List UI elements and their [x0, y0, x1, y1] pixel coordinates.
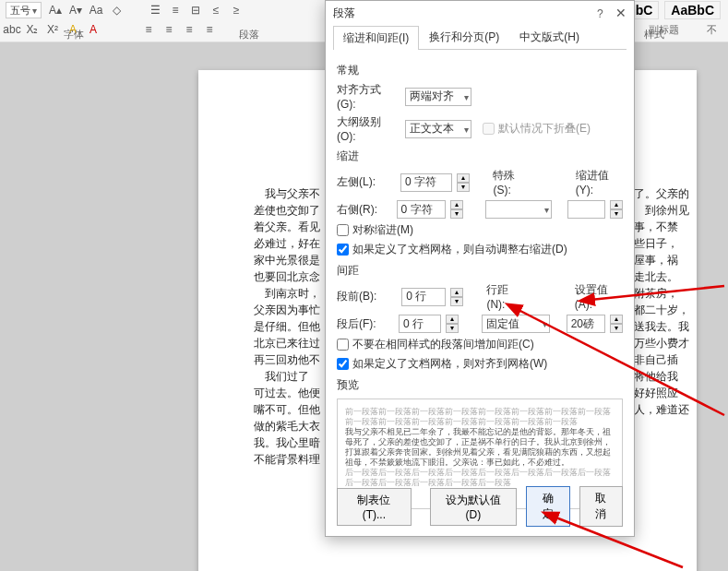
spin-down-icon[interactable]: ▾ [450, 297, 463, 306]
document-text-right: 了。父亲的 到徐州见事，不禁些日子，屋事，祸走北去。附茶房，都二十岁，送我去。我… [634, 185, 724, 418]
spin-down-icon[interactable]: ▾ [610, 324, 623, 333]
alignment-label: 对齐方式(G): [337, 82, 400, 111]
spin-up-icon[interactable]: ▴ [446, 315, 459, 324]
space-before-label: 段前(B): [337, 289, 396, 304]
multilevel-icon[interactable]: ⊟ [189, 4, 202, 17]
spin-up-icon[interactable]: ▴ [610, 200, 623, 209]
tab-indent-spacing[interactable]: 缩进和间距(I) [333, 26, 419, 50]
indent-value-label: 缩进值(Y): [576, 168, 623, 196]
spin-down-icon[interactable]: ▾ [457, 183, 470, 192]
font-size-selector[interactable]: 五号▾ [6, 2, 42, 18]
outline-level-select[interactable]: 正文文本▾ [405, 120, 471, 138]
set-default-button[interactable]: 设为默认值(D) [430, 488, 517, 526]
group-label-paragraph: 段落 [148, 28, 351, 42]
numbering-icon[interactable]: ≡ [169, 4, 182, 17]
spin-down-icon[interactable]: ▾ [450, 209, 463, 219]
space-before-input[interactable]: 0 行 [401, 288, 446, 306]
paragraph-dialog: 段落 ? ✕ 缩进和间距(I) 换行和分页(P) 中文版式(H) 常规 对齐方式… [325, 0, 635, 537]
line-spacing-select[interactable]: 固定值▾ [482, 315, 551, 333]
section-preview: 预览 [337, 377, 623, 393]
indent-left-label: 左侧(L): [337, 174, 395, 190]
group-label-font: 字体 [0, 28, 148, 42]
collapse-checkbox [483, 123, 495, 135]
autogrid-indent-checkbox[interactable] [337, 244, 349, 256]
spin-down-icon[interactable]: ▾ [610, 209, 623, 219]
line-spacing-label: 行距(N): [486, 282, 525, 311]
spin-up-icon[interactable]: ▴ [457, 173, 470, 183]
snap-grid-checkbox[interactable] [337, 358, 349, 370]
clear-format-icon[interactable]: ◇ [110, 4, 123, 17]
nospace-same-style-label: 不要在相同样式的段落间增加间距(C) [352, 337, 534, 352]
indent-right-label: 右侧(R): [337, 202, 391, 218]
increase-font-icon[interactable]: A▴ [49, 4, 62, 17]
spin-down-icon[interactable]: ▾ [446, 324, 459, 333]
alignment-select[interactable]: 两端对齐▾ [405, 88, 471, 106]
bullets-icon[interactable]: ☰ [149, 4, 161, 17]
section-indent: 缩进 [337, 149, 623, 164]
decrease-indent-icon[interactable]: ≤ [209, 4, 222, 17]
space-after-label: 段后(F): [337, 316, 393, 332]
special-select[interactable]: ▾ [485, 200, 552, 219]
dialog-title: 段落 [333, 6, 355, 21]
autogrid-indent-label: 如果定义了文档网格，则自动调整右缩进(D) [352, 242, 567, 257]
tabs-button[interactable]: 制表位(T)... [337, 488, 412, 526]
special-label: 特殊(S): [493, 168, 530, 196]
change-case-icon[interactable]: Aa [90, 4, 102, 17]
spin-up-icon[interactable]: ▴ [610, 315, 623, 324]
increase-indent-icon[interactable]: ≥ [230, 4, 243, 17]
tab-line-page-breaks[interactable]: 换行和分页(P) [419, 25, 509, 49]
outline-level-label: 大纲级别(O): [337, 114, 400, 143]
indent-left-input[interactable]: 0 字符 [400, 173, 452, 192]
decrease-font-icon[interactable]: A▾ [69, 4, 82, 17]
section-general: 常规 [337, 63, 623, 78]
dialog-tabs: 缩进和间距(I) 换行和分页(P) 中文版式(H) [333, 25, 627, 50]
setat-input[interactable]: 20磅 [567, 315, 605, 333]
collapse-label: 默认情况下折叠(E) [498, 121, 591, 137]
nospace-same-style-checkbox[interactable] [337, 339, 349, 351]
spin-up-icon[interactable]: ▴ [450, 200, 463, 209]
document-text-left: 我与父亲不差使也交卸了着父亲。看见必难过，好在家中光景很是也要回北京念 到南京时… [254, 185, 332, 468]
style-item[interactable]: AaBbC [664, 1, 721, 19]
indent-right-input[interactable]: 0 字符 [397, 200, 446, 219]
tab-asian-typography[interactable]: 中文版式(H) [509, 25, 590, 49]
space-after-input[interactable]: 0 行 [399, 315, 441, 333]
mirror-indent-label: 对称缩进(M) [352, 222, 413, 238]
cancel-button[interactable]: 取消 [579, 486, 623, 527]
indent-value-input[interactable] [567, 200, 605, 219]
snap-grid-label: 如果定义了文档网格，则对齐到网格(W) [352, 356, 547, 372]
setat-label: 设置值(A): [575, 282, 623, 311]
close-icon[interactable]: ✕ [615, 6, 627, 20]
mirror-indent-checkbox[interactable] [337, 224, 349, 236]
help-icon[interactable]: ? [597, 7, 603, 20]
section-spacing: 间距 [337, 263, 623, 279]
ok-button[interactable]: 确定 [526, 486, 569, 527]
spin-up-icon[interactable]: ▴ [450, 288, 463, 297]
